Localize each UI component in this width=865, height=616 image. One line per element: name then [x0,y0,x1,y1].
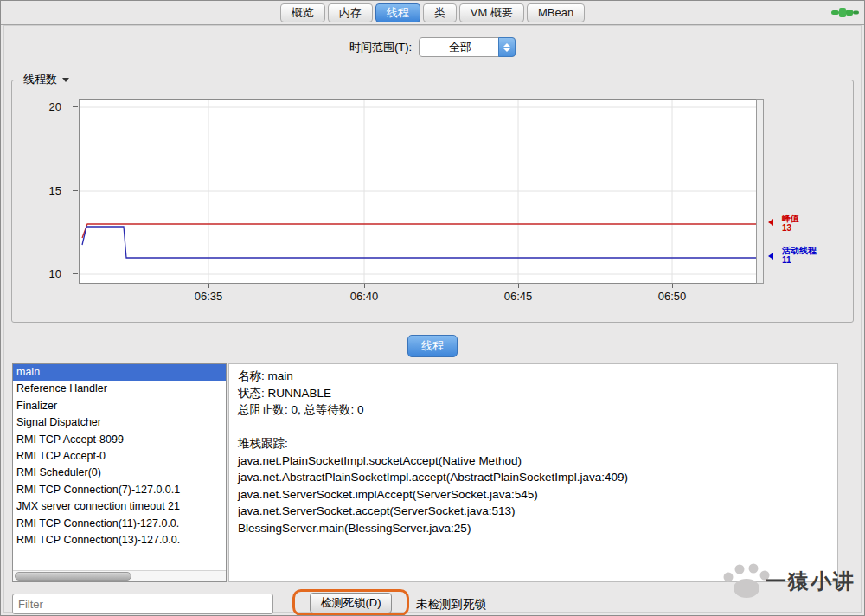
peak-marker-icon [768,219,773,226]
time-range-label: 时间范围(T): [349,40,412,55]
live-threads-marker-icon [768,253,773,260]
x-axis-tickmark [208,284,209,288]
thread-detail: 名称: main 状态: RUNNABLE 总阻止数: 0, 总等待数: 0 堆… [228,363,838,582]
y-axis-tickmark [73,273,78,274]
stepper-arrows-icon[interactable] [498,37,516,57]
thread-list-item[interactable]: Signal Dispatcher [13,414,226,431]
scrollbar-thumb[interactable] [15,572,131,581]
y-axis-tickmark [73,190,78,191]
tab-overview[interactable]: 概览 [280,3,325,22]
y-axis-tick: 10 [35,267,61,280]
watermark-text: 一猿小讲 [766,568,855,595]
thread-detail-line: java.net.AbstractPlainSocketImpl.accept(… [238,469,829,486]
jconsole-window: 概览 内存 线程 类 VM 概要 MBean 时间范围(T): 全部 线程数 [0,0,865,616]
thread-list-item[interactable]: Finalizer [13,398,226,414]
y-axis-tickmark [73,106,78,107]
threads-button[interactable]: 线程 [407,335,458,357]
y-axis-tick: 20 [35,100,61,113]
thread-list-item[interactable]: RMI Scheduler(0) [13,465,226,481]
deadlock-button-highlight: 检测死锁(D) [292,589,409,616]
legend-live-threads: 活动线程 11 [782,246,817,265]
thread-list-item[interactable]: RMI TCP Accept-0 [13,448,226,465]
watermark: 一猿小讲 [717,561,855,601]
thread-list-item[interactable]: RMI TCP Connection(11)-127.0.0. [13,516,226,532]
horizontal-scrollbar[interactable] [13,570,226,581]
chart-metric-label: 线程数 [23,72,57,87]
detect-deadlock-button[interactable]: 检测死锁(D) [310,593,391,613]
tab-bar: 概览 内存 线程 类 VM 概要 MBean [1,1,864,25]
thread-detail-line: 堆栈跟踪: [238,435,829,452]
deadlock-status: 未检测到死锁 [416,597,486,613]
thread-list: main Reference Handler Finalizer Signal … [12,363,227,582]
thread-detail-line: java.net.ServerSocket.accept(ServerSocke… [238,503,829,520]
time-range-select[interactable]: 全部 [419,37,516,57]
thread-list-item[interactable]: JMX server connection timeout 21 [13,498,226,515]
tab-vm-summary[interactable]: VM 概要 [459,3,524,22]
thread-list-item[interactable]: Reference Handler [13,381,226,397]
thread-list-item[interactable]: RMI TCP Connection(7)-127.0.0.1 [13,482,226,498]
tab-mbean[interactable]: MBean [527,3,585,22]
x-axis-tick: 06:45 [504,290,533,303]
x-axis-tickmark [672,284,673,288]
connection-status-icon [830,3,860,21]
x-axis-tick: 06:40 [350,290,379,303]
tab-classes[interactable]: 类 [423,3,457,22]
legend-peak: 峰值 13 [782,214,799,233]
x-axis-tick: 06:35 [195,290,223,303]
x-axis-tick: 06:50 [658,290,687,303]
thread-detail-line: 总阻止数: 0, 总等待数: 0 [238,401,829,419]
thread-list-item[interactable]: main [13,364,226,381]
thread-detail-line: java.net.PlainSocketImpl.socketAccept(Na… [238,452,829,470]
thread-detail-line: 状态: RUNNABLE [238,385,829,402]
chart-metric-selector[interactable]: 线程数 [23,72,69,87]
tab-threads[interactable]: 线程 [375,3,420,22]
thread-detail-line: BlessingServer.main(BlessingServer.java:… [238,520,829,537]
x-axis-tickmark [518,284,519,288]
time-range-value: 全部 [449,40,471,55]
thread-detail-line: java.net.ServerSocket.implAccept(ServerS… [238,486,829,504]
x-axis-tickmark [364,284,365,288]
thread-list-item[interactable]: RMI TCP Accept-8099 [13,432,226,448]
chevron-down-icon [62,78,69,82]
tab-memory[interactable]: 内存 [328,3,373,22]
filter-input[interactable] [12,594,273,614]
thread-count-chart [79,99,764,284]
thread-detail-line [238,419,829,436]
thread-list-item[interactable]: RMI TCP Connection(13)-127.0.0. [13,532,226,549]
y-axis-tick: 15 [35,184,61,197]
thread-detail-line: 名称: main [238,368,829,385]
